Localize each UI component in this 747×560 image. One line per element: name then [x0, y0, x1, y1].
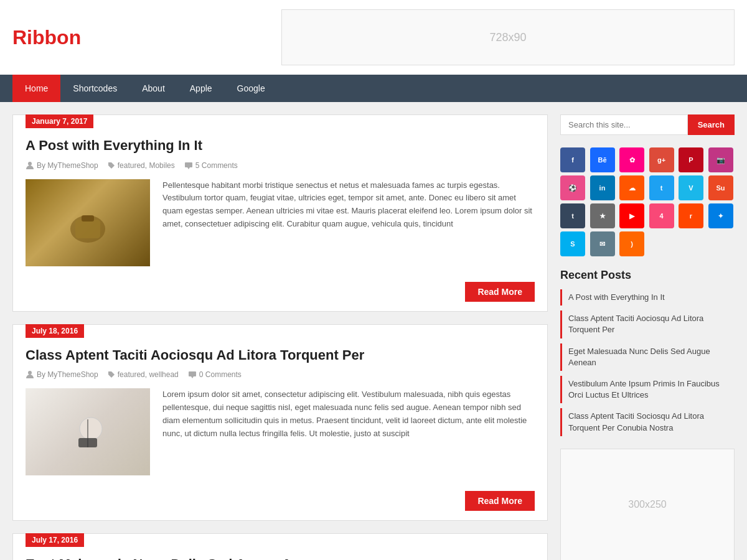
pinterest-icon[interactable]: P: [679, 147, 703, 172]
nav-item-shortcodes[interactable]: Shortcodes: [60, 75, 129, 102]
recent-posts-list: A Post with Everything In ItClass Aptent…: [560, 289, 735, 436]
post-read-more-1: Read More: [13, 276, 547, 305]
recent-post-item[interactable]: Vestibulum Ante Ipsum Primis In Faucibus…: [560, 376, 735, 403]
sidebar-ad-banner: 300x250: [560, 449, 735, 560]
main-nav: Home Shortcodes About Apple Google: [0, 75, 747, 102]
tumblr-icon[interactable]: t: [560, 203, 585, 228]
rss-icon[interactable]: ): [619, 231, 644, 256]
post-card-1: January 7, 2017 A Post with Everything I…: [12, 114, 548, 312]
post-meta-1: By MyThemeShop featured, Mobiles 5 Comme…: [26, 161, 535, 170]
soundcloud-icon[interactable]: ☁: [619, 175, 644, 200]
foursquare-icon[interactable]: 4: [649, 203, 674, 228]
gplus-icon[interactable]: g+: [649, 147, 674, 172]
vimeo-icon[interactable]: V: [679, 175, 703, 200]
post-body-2: Lorem ipsum dolor sit amet, consectetur …: [26, 388, 535, 475]
svg-point-0: [28, 162, 32, 166]
svg-rect-1: [185, 162, 192, 167]
search-button[interactable]: Search: [688, 114, 735, 135]
linkedin-icon[interactable]: in: [590, 175, 615, 200]
reddit-icon[interactable]: r: [679, 203, 703, 228]
post-date-2: July 18, 2016: [26, 324, 84, 338]
post-title-1[interactable]: A Post with Everything In It: [26, 137, 535, 155]
svg-rect-4: [82, 215, 94, 222]
main-content: January 7, 2017 A Post with Everything I…: [12, 114, 548, 560]
instagram-icon[interactable]: 📷: [708, 147, 733, 172]
post-title-3[interactable]: Eget Malesuada Nunc Delis Sed Augue Aene…: [26, 556, 535, 560]
github-icon[interactable]: ★: [590, 203, 615, 228]
svg-rect-6: [189, 371, 196, 376]
recent-posts-section: Recent Posts A Post with Everything In I…: [560, 269, 735, 436]
twitter-icon[interactable]: t: [649, 175, 674, 200]
post-body-1: Pellentesque habitant morbi tristique se…: [26, 179, 535, 266]
nav-item-google[interactable]: Google: [225, 75, 278, 102]
sidebar: Search fBē✿g+P📷⚽in☁tVSut★▶4r✦S✉) Recent …: [560, 114, 735, 560]
header-ad-banner: 728x90: [281, 9, 735, 65]
post-tags-1: featured, Mobiles: [108, 161, 175, 170]
post-image-1: [26, 179, 150, 266]
post-read-more-2: Read More: [13, 485, 547, 514]
post-author-1: By MyThemeShop: [26, 161, 98, 170]
dropbox-icon[interactable]: ✦: [708, 203, 733, 228]
search-input[interactable]: [560, 114, 688, 135]
post-date-1: January 7, 2017: [26, 114, 93, 128]
post-image-2: [26, 388, 150, 475]
nav-item-home[interactable]: Home: [12, 75, 60, 102]
post-meta-2: By MyThemeShop featured, wellhead 0 Comm…: [26, 370, 535, 379]
post-comments-2: 0 Comments: [188, 370, 242, 379]
nav-item-apple[interactable]: Apple: [177, 75, 225, 102]
stumble-icon[interactable]: Su: [708, 175, 733, 200]
post-card-3: July 17, 2016 Eget Malesuada Nunc Delis …: [12, 533, 548, 560]
post-comments-1: 5 Comments: [184, 161, 238, 170]
site-logo[interactable]: Ribbon: [12, 26, 81, 49]
post-title-2[interactable]: Class Aptent Taciti Aociosqu Ad Litora T…: [26, 347, 535, 365]
read-more-button-2[interactable]: Read More: [465, 491, 535, 511]
recent-posts-title: Recent Posts: [560, 269, 735, 282]
post-card-2: July 18, 2016 Class Aptent Taciti Aocios…: [12, 324, 548, 521]
post-tags-2: featured, wellhead: [108, 370, 179, 379]
email-icon[interactable]: ✉: [590, 231, 615, 256]
post-excerpt-1: Pellentesque habitant morbi tristique se…: [162, 179, 535, 266]
facebook-icon[interactable]: f: [560, 147, 585, 172]
post-excerpt-2: Lorem ipsum dolor sit amet, consectetur …: [162, 388, 535, 475]
recent-post-item[interactable]: Class Aptent Taciti Sociosqu Ad Litora T…: [560, 408, 735, 436]
svg-point-5: [28, 371, 32, 375]
logo-text: Ribbon: [12, 26, 81, 49]
post-author-2: By MyThemeShop: [26, 370, 98, 379]
sidebar-search-form: Search: [560, 114, 735, 135]
recent-post-item[interactable]: Eget Malesuada Nunc Delis Sed Augue Aene…: [560, 343, 735, 371]
behance-icon[interactable]: Bē: [590, 147, 615, 172]
flickr-icon[interactable]: ✿: [619, 147, 644, 172]
svg-point-7: [80, 418, 102, 440]
svg-rect-3: [75, 220, 100, 238]
recent-post-item[interactable]: A Post with Everything In It: [560, 289, 735, 306]
post-date-3: July 17, 2016: [26, 533, 84, 547]
social-icons-grid: fBē✿g+P📷⚽in☁tVSut★▶4r✦S✉): [560, 147, 735, 256]
header: Ribbon 728x90: [0, 0, 747, 75]
skype-icon[interactable]: S: [560, 231, 585, 256]
recent-post-item[interactable]: Class Aptent Taciti Aociosqu Ad Litora T…: [560, 310, 735, 338]
youtube-icon[interactable]: ▶: [619, 203, 644, 228]
dribbble-icon[interactable]: ⚽: [560, 175, 585, 200]
read-more-button-1[interactable]: Read More: [465, 282, 535, 302]
nav-item-about[interactable]: About: [129, 75, 177, 102]
